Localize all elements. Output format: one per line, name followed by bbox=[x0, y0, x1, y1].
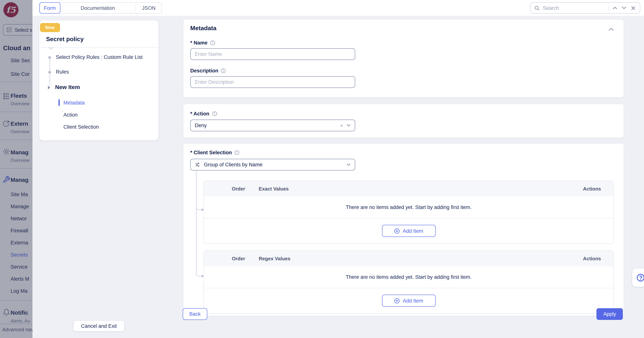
description-label-text: Description bbox=[190, 68, 218, 73]
current-step-label: New Item bbox=[55, 84, 80, 90]
add-item-button[interactable]: Add Item bbox=[382, 225, 436, 237]
sidebar-item-log-management[interactable]: Log Ma bbox=[10, 288, 28, 294]
sidebar-item-external-sub: Overview bbox=[10, 129, 30, 134]
client-selection-select-value: Group of Clients by Name bbox=[204, 162, 343, 167]
metadata-section-card: Metadata * Name Description bbox=[184, 20, 624, 97]
back-button[interactable]: Back bbox=[183, 308, 207, 320]
step-label: Rules bbox=[56, 69, 69, 75]
add-item-label: Add Item bbox=[403, 298, 423, 304]
sidebar-item-notifications[interactable]: Notific bbox=[10, 309, 28, 316]
sidebar-item-manage-sub[interactable]: Manage bbox=[10, 204, 29, 209]
wizard-nav-card: New Secret policy Select Policy Rules : … bbox=[39, 20, 158, 140]
sidebar-divider bbox=[0, 81, 32, 82]
add-item-label: Add Item bbox=[403, 228, 423, 234]
sidebar-item-fleets[interactable]: Fleets bbox=[10, 92, 27, 99]
description-input[interactable] bbox=[190, 76, 355, 88]
sidebar-item-manage[interactable]: Manag bbox=[10, 177, 28, 183]
tab-form[interactable]: Form bbox=[39, 2, 60, 13]
sidebar-item-site-connectivity[interactable]: Site Cor bbox=[10, 71, 30, 77]
managed-k8s-icon bbox=[3, 148, 10, 155]
sidebar-item-firewall[interactable]: Firewall bbox=[10, 228, 28, 234]
tree-connector-line bbox=[196, 171, 197, 275]
question-circle-icon bbox=[636, 273, 644, 282]
substep-action[interactable]: Action bbox=[58, 111, 154, 118]
action-select[interactable]: Deny × bbox=[190, 120, 355, 131]
add-item-row: Add Item bbox=[204, 288, 614, 313]
client-selection-select[interactable]: Group of Clients by Name bbox=[190, 159, 355, 171]
wizard-step-policy-rules[interactable]: Select Policy Rules : Custom Rule List bbox=[39, 54, 154, 60]
client-selection-label-text: * Client Selection bbox=[190, 150, 232, 155]
tab-json[interactable]: JSON bbox=[136, 3, 162, 13]
cancel-and-exit-button[interactable]: Cancel and Exit bbox=[73, 320, 124, 332]
sidebar-group-title: Cloud an bbox=[3, 44, 30, 52]
info-icon[interactable] bbox=[234, 150, 240, 155]
step-label: Select Policy Rules : Custom Rule List bbox=[56, 54, 142, 60]
substep-label: Action bbox=[64, 112, 78, 117]
client-selection-section-card: * Client Selection Group of Clients by N… bbox=[184, 144, 624, 316]
help-button[interactable] bbox=[632, 269, 644, 287]
sidebar-item-managed-k8s[interactable]: Manag bbox=[10, 149, 28, 155]
wizard-step-rules[interactable]: Rules bbox=[39, 69, 154, 75]
info-icon[interactable] bbox=[221, 68, 226, 73]
column-header-actions: Actions bbox=[583, 186, 601, 191]
substep-label: Client Selection bbox=[64, 124, 99, 130]
search-next-button[interactable] bbox=[621, 5, 627, 11]
wizard-step-new-item[interactable]: New Item bbox=[39, 84, 154, 90]
tree-connector-dot bbox=[201, 275, 204, 277]
action-select-value: Deny bbox=[195, 123, 337, 128]
tab-documentation[interactable]: Documentation bbox=[60, 3, 136, 13]
clear-selection-icon[interactable]: × bbox=[340, 123, 343, 128]
name-label-text: * Name bbox=[190, 40, 208, 46]
external-services-icon bbox=[3, 120, 10, 127]
branch-icon bbox=[195, 162, 200, 167]
search-close-button[interactable] bbox=[630, 5, 636, 11]
sidebar-divider bbox=[0, 300, 32, 301]
metadata-section-title: Metadata bbox=[190, 25, 216, 32]
f5-logo-text: f5 bbox=[6, 5, 16, 15]
form-topbar: Form Documentation JSON Search bbox=[32, 0, 644, 16]
search-prev-button[interactable] bbox=[612, 5, 618, 11]
empty-state-text: There are no items added yet. Start by a… bbox=[204, 197, 614, 218]
chevron-down-icon bbox=[346, 163, 351, 166]
sidebar-item-site-management[interactable]: Site Ma bbox=[10, 192, 28, 197]
substep-bar bbox=[58, 111, 60, 118]
fleets-icon bbox=[3, 92, 10, 100]
name-input[interactable] bbox=[190, 48, 355, 60]
main-panel: Form Documentation JSON Search bbox=[32, 0, 644, 338]
substep-client-selection[interactable]: Client Selection bbox=[58, 123, 154, 130]
active-substep-bar bbox=[58, 99, 60, 106]
sidebar: f5 Select s Cloud an Site Sec Site Cor F bbox=[0, 0, 32, 338]
sidebar-item-external-sub[interactable]: Externa bbox=[10, 240, 28, 246]
grid-icon bbox=[6, 27, 12, 32]
info-icon[interactable] bbox=[212, 111, 217, 116]
sidebar-item-services[interactable]: Service bbox=[10, 264, 28, 270]
apply-button[interactable]: Apply bbox=[596, 308, 623, 320]
sidebar-item-site-security[interactable]: Site Sec bbox=[10, 57, 30, 63]
info-icon[interactable] bbox=[210, 40, 215, 45]
bell-icon bbox=[3, 309, 10, 316]
chevron-down-icon bbox=[622, 6, 626, 9]
advanced-nav-toggle[interactable]: Advanced nav bbox=[2, 327, 32, 332]
sidebar-item-secrets[interactable]: Secrets bbox=[10, 252, 28, 258]
chevron-down-icon bbox=[346, 124, 351, 127]
action-field-label: * Action bbox=[190, 111, 217, 117]
chevron-up-icon bbox=[608, 27, 614, 31]
name-field-label: * Name bbox=[190, 40, 215, 46]
description-field-label: Description bbox=[190, 68, 226, 73]
add-item-button[interactable]: Add Item bbox=[382, 295, 436, 307]
new-badge: New bbox=[40, 23, 60, 32]
app-root: f5 Select s Cloud an Site Sec Site Cor F bbox=[0, 0, 644, 338]
namespace-select-label: Select s bbox=[15, 27, 32, 33]
sidebar-item-alerts-management[interactable]: Alerts M bbox=[10, 276, 29, 282]
sidebar-item-networking[interactable]: Networ bbox=[10, 216, 27, 221]
namespace-select[interactable]: Select s bbox=[3, 24, 32, 35]
collapse-section-button[interactable] bbox=[608, 26, 614, 32]
search-input[interactable]: Search bbox=[530, 2, 640, 13]
substep-metadata[interactable]: Metadata bbox=[58, 99, 154, 106]
column-header-regex-values: Regex Values bbox=[259, 256, 290, 261]
sidebar-item-external[interactable]: Extern bbox=[10, 120, 28, 127]
f5-logo[interactable]: f5 bbox=[4, 2, 18, 17]
client-selection-field-label: * Client Selection bbox=[190, 150, 240, 155]
search-placeholder: Search bbox=[543, 5, 606, 11]
exact-values-table: Order Exact Values Actions There are no … bbox=[204, 180, 614, 244]
